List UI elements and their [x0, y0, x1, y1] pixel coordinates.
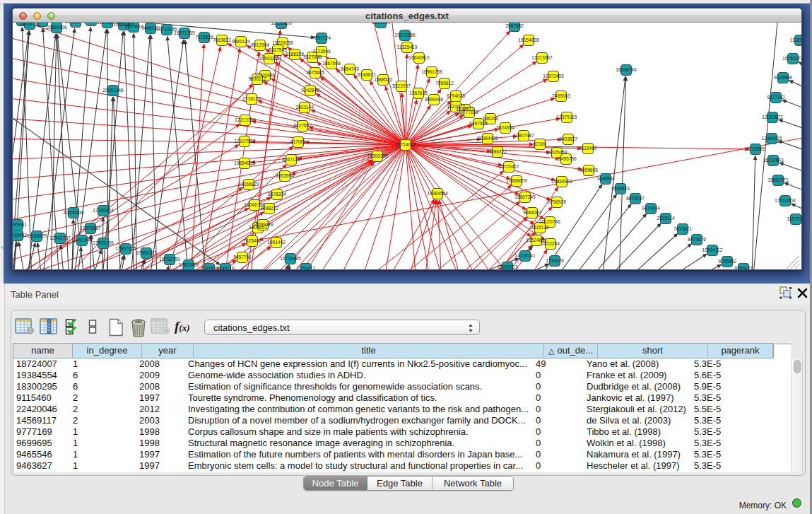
column-header-in_degree[interactable]: in_degree: [73, 344, 142, 358]
graph-node-label: 10654112: [702, 247, 723, 252]
column-header-out_de[interactable]: △out_de...: [544, 344, 598, 358]
window-titlebar[interactable]: citations_edges.txt: [13, 8, 801, 23]
graph-node-label: 20053346: [102, 88, 124, 93]
graph-node-label: 917006: [290, 139, 306, 144]
graph-node-label: 20532611: [33, 23, 53, 23]
graph-node-label: 19166829: [238, 182, 259, 187]
graph-node-label: 9245119: [216, 266, 235, 269]
graph-edge: [785, 101, 801, 116]
graph-node-label: 9350421: [734, 266, 753, 269]
graph-node-label: 17359924: [93, 208, 114, 213]
graph-node-label: 3915492: [13, 233, 27, 238]
table-chooser-combobox[interactable]: citations_edges.txt: [204, 320, 480, 335]
cell-name: 9777169: [13, 426, 70, 438]
column-header-pagerank[interactable]: pagerank: [708, 344, 773, 358]
graph-edge-arrowhead: [121, 255, 124, 260]
cell-name: 18300295: [13, 381, 70, 392]
new-document-icon[interactable]: [107, 318, 124, 337]
graph-edge-arrowhead: [20, 26, 25, 31]
graph-node-label: 20364436: [477, 136, 498, 141]
graph-node-label: 12213369: [235, 117, 256, 122]
function-builder-icon[interactable]: f(x): [175, 319, 197, 334]
graph-node-label: 20206536: [63, 210, 84, 215]
splitter-arrow-icon[interactable]: ↳: [1, 245, 4, 250]
vertical-scrollbar[interactable]: [791, 358, 803, 472]
graph-node-label: 10120746: [539, 219, 560, 224]
cell-year: 2012: [136, 404, 185, 415]
cell-pagerank: 5.9E-5: [691, 381, 753, 392]
graph-node-label: 11451944: [72, 238, 93, 243]
table-row[interactable]: 911546021997Tourette syndrome. Phenomeno…: [13, 392, 791, 404]
delete-trash-icon[interactable]: [129, 318, 148, 337]
select-rows-icon[interactable]: [65, 318, 83, 335]
table-row[interactable]: 969969511998Structural magnetic resonanc…: [13, 438, 791, 449]
graph-node-label: 8878334: [268, 192, 286, 197]
graph-node-label: 11128654: [790, 37, 801, 42]
table-row[interactable]: 1872400712008Changes of HCN gene express…: [13, 358, 791, 370]
cell-name: 9465546: [13, 449, 70, 460]
graph-edge: [782, 121, 801, 136]
graph-node-label: 8938923: [611, 186, 630, 191]
graph-node-label: 8186328: [286, 52, 304, 57]
table-row[interactable]: 946362711997Embryonic stem cells: a mode…: [13, 460, 791, 472]
graph-node-label: 1691442: [267, 240, 286, 245]
graph-node-label: 10688609: [506, 178, 527, 183]
table-settings-icon[interactable]: [15, 318, 36, 335]
column-header-short[interactable]: short: [598, 344, 708, 358]
graph-node-label: 3624554: [496, 125, 514, 130]
graph-node-label: 12505155: [93, 240, 114, 245]
column-header-year[interactable]: year: [142, 344, 194, 358]
graph-node-label: 7955812: [435, 81, 454, 86]
resize-grip-icon: [791, 260, 799, 269]
cell-year: 1997: [136, 449, 185, 460]
graph-node-label: 15751074: [782, 56, 801, 61]
table-row[interactable]: 1938455462009Genome-wide association stu…: [13, 370, 791, 381]
graph-edge-arrowhead: [72, 28, 76, 33]
graph-edge: [567, 216, 645, 269]
tab-edge-table[interactable]: Edge Table: [367, 477, 433, 490]
graph-node-label: 16961758: [421, 69, 442, 74]
graph-node-label: 1353594: [276, 173, 294, 178]
cell-in_degree: 6: [70, 381, 136, 392]
graph-edge-arrowhead: [384, 86, 388, 91]
table-panel-title: Table Panel: [11, 289, 59, 300]
scrollbar-thumb[interactable]: [794, 360, 801, 373]
table-row[interactable]: 1830029562008Estimation of significance …: [13, 381, 791, 392]
graph-node-label: 9329966: [774, 75, 792, 80]
column-header-title[interactable]: title: [194, 344, 544, 358]
graph-node-label: 7632621: [673, 226, 692, 231]
cell-out_de: 0: [533, 415, 584, 426]
column-header-name[interactable]: name: [13, 344, 73, 358]
graph-node-label: 16671355: [174, 30, 195, 35]
tab-network-table[interactable]: Network Table: [433, 477, 513, 490]
graph-edge-arrowhead: [499, 170, 504, 175]
resize-grip-icon: [795, 264, 799, 269]
rows-small-icon[interactable]: [88, 318, 98, 335]
graph-edge-arrowhead: [237, 47, 242, 52]
graph-node-label: 8267130: [282, 157, 300, 162]
table-row[interactable]: 1456911722003Disruption of a novel membe…: [13, 415, 791, 426]
cell-title: Investigating the contribution of common…: [185, 404, 533, 415]
table-row[interactable]: 946554611997Estimation of the future num…: [13, 449, 791, 460]
graph-node-label: 11156829: [27, 233, 47, 238]
close-panel-icon[interactable]: [796, 287, 808, 299]
graph-node-label: 2935114: [657, 216, 675, 221]
column-select-icon[interactable]: [40, 318, 58, 335]
cell-title: Estimation of the future numbers of pati…: [185, 449, 533, 460]
cell-title: Estimation of significance thresholds fo…: [185, 381, 533, 392]
cell-title: Structural magnetic resonance image aver…: [185, 438, 533, 449]
network-view-window[interactable]: citations_edges.txt 90468981405571220532…: [12, 8, 802, 270]
cell-in_degree: 2: [70, 404, 136, 415]
sort-ascending-icon: △: [548, 346, 554, 355]
float-panel-icon[interactable]: [779, 286, 794, 300]
tab-node-table[interactable]: Node Table: [304, 477, 367, 490]
table-row[interactable]: 2242004622012Investigating the contribut…: [13, 404, 791, 415]
graph-node[interactable]: [86, 23, 97, 26]
graph-node-label: 6879197: [626, 196, 645, 201]
network-canvas[interactable]: 9046898140557122053261120691406183856761…: [13, 23, 801, 269]
graph-node-label: 9245652: [718, 259, 736, 264]
graph-edge: [792, 82, 801, 96]
table-row[interactable]: 977716911998Corpus callosum shape and si…: [13, 426, 791, 438]
graph-node-label: 10807487: [513, 133, 534, 138]
table-chooser-value: citations_edges.txt: [213, 322, 290, 333]
